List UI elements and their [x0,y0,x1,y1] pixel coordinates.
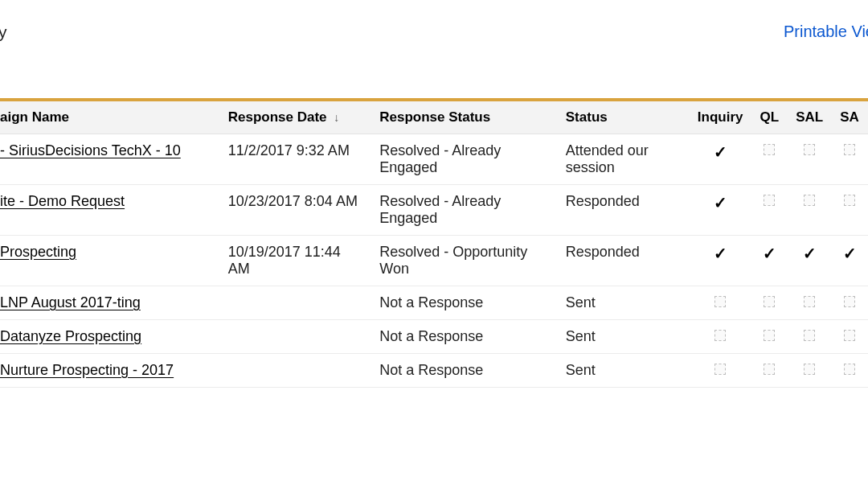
col-header-inquiry[interactable]: Inquiry [690,101,751,134]
cell-ql [751,286,788,320]
checkbox-empty-icon [844,144,855,155]
cell-response-date: 11/2/2017 9:32 AM [220,134,372,185]
cell-response-status: Not a Response [371,354,558,388]
checkmark-icon: ✓ [714,194,727,212]
checkmark-icon: ✓ [843,245,857,262]
campaign-link[interactable]: LNP August 2017-ting [0,294,141,311]
cell-sa: ✓ [831,236,868,286]
table-row: ite - Demo Request10/23/2017 8:04 AMReso… [0,185,868,236]
cell-campaign: - SiriusDecisions TechX - 10 [0,134,220,185]
cell-response-date [220,286,372,320]
cell-inquiry [690,286,751,320]
cell-inquiry [690,320,751,354]
cell-response-status: Resolved - Already Engaged [371,134,558,185]
checkbox-empty-icon [804,144,815,155]
campaign-link[interactable]: Prospecting [0,244,76,261]
cell-inquiry [690,354,751,388]
checkbox-empty-icon [714,296,726,307]
cell-sal [788,286,831,320]
checkbox-empty-icon [764,144,775,155]
campaign-link[interactable]: Nurture Prospecting - 2017 [0,362,174,379]
cell-ql [751,354,788,388]
checkbox-empty-icon [764,195,775,206]
checkbox-empty-icon [844,330,855,341]
checkbox-empty-icon [764,364,775,375]
table-row: Prospecting10/19/2017 11:44 AMResolved -… [0,236,868,286]
cell-status: Sent [558,286,690,320]
col-header-status[interactable]: Status [558,101,690,134]
cell-ql [751,185,788,236]
cell-sal: ✓ [788,236,831,286]
sort-descending-icon: ↓ [334,111,339,124]
checkbox-empty-icon [804,330,815,341]
checkbox-empty-icon [844,296,855,307]
col-header-response-date-label: Response Date [228,109,327,125]
cell-status: Sent [558,320,690,354]
checkbox-empty-icon [714,330,726,341]
cell-response-status: Not a Response [371,286,558,320]
cell-campaign: Datanyze Prospecting [0,320,220,354]
campaign-link[interactable]: Datanyze Prospecting [0,328,141,345]
page-title-fragment: y [0,23,7,42]
cell-inquiry: ✓ [690,134,751,185]
checkmark-icon: ✓ [803,245,817,262]
cell-ql [751,134,788,185]
cell-response-date: 10/19/2017 11:44 AM [220,236,372,286]
table-header-row: aign Name Response Date ↓ Response Statu… [0,101,868,134]
checkbox-empty-icon [844,364,855,375]
checkbox-empty-icon [764,330,775,341]
checkmark-icon: ✓ [763,245,776,262]
checkmark-icon: ✓ [714,245,727,262]
campaign-history-table-wrap: aign Name Response Date ↓ Response Statu… [0,98,868,388]
cell-sa [831,320,868,354]
col-header-sal[interactable]: SAL [788,101,831,134]
table-row: - SiriusDecisions TechX - 1011/2/2017 9:… [0,134,868,185]
cell-campaign: ite - Demo Request [0,185,220,236]
checkbox-empty-icon [844,195,855,206]
cell-status: Attended our session [558,134,690,185]
cell-response-date [220,320,372,354]
cell-campaign: Nurture Prospecting - 2017 [0,354,220,388]
cell-campaign: LNP August 2017-ting [0,286,220,320]
cell-response-date: 10/23/2017 8:04 AM [220,185,372,236]
cell-sa [831,354,868,388]
cell-status: Sent [558,354,690,388]
checkbox-empty-icon [764,296,775,307]
cell-response-status: Not a Response [371,320,558,354]
checkmark-icon: ✓ [714,143,727,161]
cell-inquiry: ✓ [690,185,751,236]
checkbox-empty-icon [804,364,815,375]
table-row: Nurture Prospecting - 2017Not a Response… [0,354,868,388]
cell-status: Responded [558,236,690,286]
cell-sa [831,134,868,185]
checkbox-empty-icon [714,364,726,375]
cell-sa [831,286,868,320]
col-header-response-status[interactable]: Response Status [371,101,558,134]
cell-inquiry: ✓ [690,236,751,286]
printable-view-link[interactable]: Printable Vie [784,23,868,41]
cell-campaign: Prospecting [0,236,220,286]
cell-sa [831,185,868,236]
cell-sal [788,320,831,354]
cell-sal [788,185,831,236]
col-header-ql[interactable]: QL [751,101,788,134]
campaign-link[interactable]: - SiriusDecisions TechX - 10 [0,142,181,159]
table-row: Datanyze ProspectingNot a ResponseSent [0,320,868,354]
table-row: LNP August 2017-tingNot a ResponseSent [0,286,868,320]
cell-status: Responded [558,185,690,236]
col-header-response-date[interactable]: Response Date ↓ [220,101,372,134]
checkbox-empty-icon [804,296,815,307]
cell-sal [788,134,831,185]
cell-response-status: Resolved - Already Engaged [371,185,558,236]
cell-response-date [220,354,372,388]
col-header-campaign[interactable]: aign Name [0,101,220,134]
cell-response-status: Resolved - Opportunity Won [371,236,558,286]
cell-ql: ✓ [751,236,788,286]
col-header-sa[interactable]: SA [831,101,868,134]
cell-sal [788,354,831,388]
checkbox-empty-icon [804,195,815,206]
campaign-link[interactable]: ite - Demo Request [0,193,125,210]
campaign-history-table: aign Name Response Date ↓ Response Statu… [0,101,868,388]
cell-ql [751,320,788,354]
